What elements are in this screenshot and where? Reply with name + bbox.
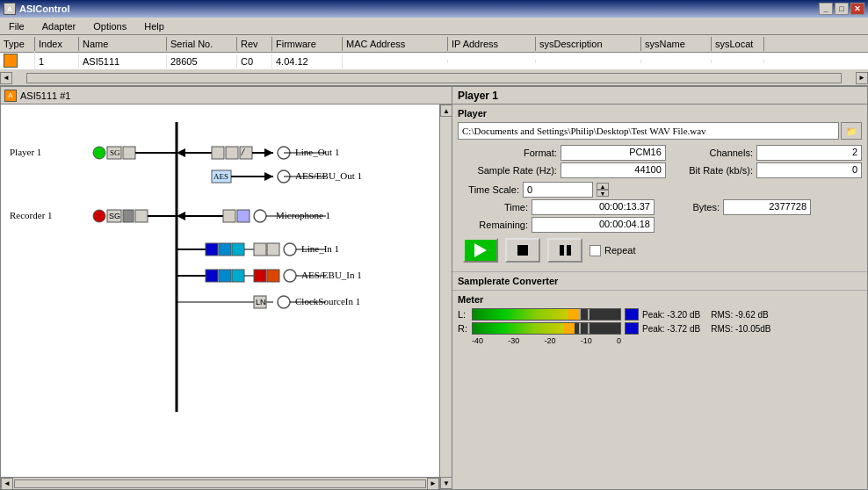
panel-title-bar: A ASI5111 #1 [1, 87, 452, 104]
scroll-left-button[interactable]: ◄ [0, 72, 12, 84]
samplerate-value: 44100 [561, 162, 666, 178]
pause-bar-right [567, 245, 571, 256]
play-button[interactable] [463, 238, 498, 263]
meter-row-r: R: Peak: -3.72 dB RMS: -10.05dB [458, 322, 862, 335]
main-content: A ASI5111 #1 Player 1 SG [0, 86, 868, 490]
right-panel-title: Player 1 [452, 87, 867, 104]
svg-text:ClockSourceIn 1: ClockSourceIn 1 [295, 296, 360, 306]
menu-adapter[interactable]: Adapter [37, 19, 82, 33]
timescale-input[interactable] [523, 182, 593, 198]
svg-text:LN: LN [256, 298, 266, 306]
meter-section: Meter L: Peak: -3.20 dB RMS: -9.62 dB [452, 291, 867, 349]
pause-button[interactable] [547, 238, 582, 263]
meter-tick-2 [588, 309, 590, 320]
svg-text:SG: SG [109, 212, 120, 220]
col-serial: Serial No. [167, 37, 237, 51]
panel-icon: A [4, 90, 17, 102]
cell-rev: C0 [237, 54, 272, 68]
svg-text:Microphone 1: Microphone 1 [276, 210, 330, 220]
file-path-input[interactable] [458, 122, 839, 140]
transport-row: Repeat [458, 233, 862, 268]
svg-rect-54 [254, 270, 266, 282]
menu-options[interactable]: Options [88, 19, 132, 33]
format-label: Format: [458, 148, 557, 158]
table-scrollbar[interactable]: ◄ ► [0, 70, 868, 86]
menu-help[interactable]: Help [139, 19, 170, 33]
svg-point-56 [284, 270, 296, 282]
svg-rect-29 [123, 210, 134, 222]
menu-bar: File Adapter Options Help [0, 18, 868, 35]
meter-green-l [473, 309, 568, 320]
svg-point-62 [278, 296, 290, 308]
bytes-label: Bytes: [658, 202, 720, 213]
minimize-button[interactable]: _ [819, 3, 833, 15]
col-mac: MAC Address [343, 37, 448, 51]
svg-rect-45 [267, 243, 279, 256]
cell-index: 1 [35, 54, 79, 68]
meter-peak-l: Peak: -3.20 dB [642, 310, 700, 320]
left-panel-scrollbar[interactable]: ▲ ▼ [439, 104, 452, 489]
samplerate-title: Samplerate Converter [458, 276, 558, 286]
table-row[interactable]: 1 ASI5111 28605 C0 4.04.12 [0, 53, 868, 70]
time-label: Time: [458, 202, 528, 213]
scroll-down-button[interactable]: ▼ [440, 477, 452, 489]
svg-point-2 [93, 147, 105, 159]
col-index: Index [35, 37, 79, 51]
title-bar: A ASIControl _ □ ✕ [0, 0, 868, 18]
close-button[interactable]: ✕ [850, 3, 864, 15]
diagram-svg: Player 1 SG ⁄ [1, 104, 440, 490]
maximize-button[interactable]: □ [835, 3, 849, 15]
svg-marker-14 [264, 148, 273, 157]
scroll-up-button[interactable]: ▲ [440, 104, 452, 117]
svg-rect-30 [135, 210, 148, 222]
svg-text:SG: SG [110, 148, 120, 157]
scroll-right-button[interactable]: ► [856, 72, 868, 84]
meter-indicator-l [625, 308, 639, 321]
menu-file[interactable]: File [4, 19, 30, 33]
scale-labels: -40 -30 -20 -10 0 [472, 336, 621, 345]
meter-tick-3 [579, 323, 581, 334]
samplerate-label: Sample Rate (Hz): [458, 165, 557, 176]
bottom-scrollbar[interactable]: ◄ ► [1, 477, 439, 489]
svg-rect-52 [232, 270, 244, 282]
meter-title: Meter [458, 294, 862, 305]
timescale-label: Time Scale: [458, 184, 519, 195]
timescale-row: Time Scale: ▲ ▼ [458, 182, 862, 198]
stop-button[interactable] [505, 238, 540, 263]
meter-rms-r: RMS: -10.05dB [711, 324, 770, 334]
title-bar-left: A ASIControl [4, 3, 69, 15]
scroll-horiz-right[interactable]: ► [427, 478, 439, 490]
time-grid: Time: 00:00:13.37 Bytes: 2377728 Remaini… [458, 199, 862, 233]
svg-rect-5 [123, 147, 135, 159]
app-title: ASIControl [19, 4, 69, 14]
right-panel: Player 1 Player 📁 Format: PCM16 Channels… [452, 86, 868, 490]
stop-icon [517, 245, 528, 256]
meter-rms-l: RMS: -9.62 dB [711, 310, 769, 320]
svg-point-36 [254, 210, 266, 222]
cell-syslocat [712, 60, 764, 63]
svg-rect-10 [226, 147, 238, 159]
table-header: Type Index Name Serial No. Rev Firmware … [0, 35, 868, 53]
meter-indicator-r [625, 322, 639, 335]
panel-title: ASI5111 #1 [20, 90, 71, 101]
cell-sysdesc [536, 60, 641, 63]
browse-button[interactable]: 📁 [841, 122, 862, 140]
svg-text:Player 1: Player 1 [10, 147, 41, 157]
svg-rect-34 [223, 210, 235, 222]
repeat-checkbox[interactable] [590, 245, 601, 256]
title-bar-buttons: _ □ ✕ [819, 3, 864, 15]
meter-scale: -40 -30 -20 -10 0 [472, 336, 862, 345]
bitrate-value: 0 [756, 162, 862, 178]
spin-up-button[interactable]: ▲ [597, 183, 609, 190]
scroll-horiz-left[interactable]: ◄ [1, 478, 13, 490]
bitrate-label: Bit Rate (kb/s): [669, 165, 753, 176]
svg-rect-44 [254, 243, 266, 256]
col-ip: IP Address [448, 37, 536, 51]
spin-down-button[interactable]: ▼ [597, 190, 609, 197]
time-value: 00:00:13.37 [532, 199, 655, 215]
meter-l-label: L: [458, 309, 468, 320]
timescale-spinner[interactable]: ▲ ▼ [597, 183, 609, 197]
scale-label-20: -20 [544, 336, 555, 345]
cell-sysname [641, 60, 712, 63]
meter-peak-r: Peak: -3.72 dB [642, 324, 700, 334]
